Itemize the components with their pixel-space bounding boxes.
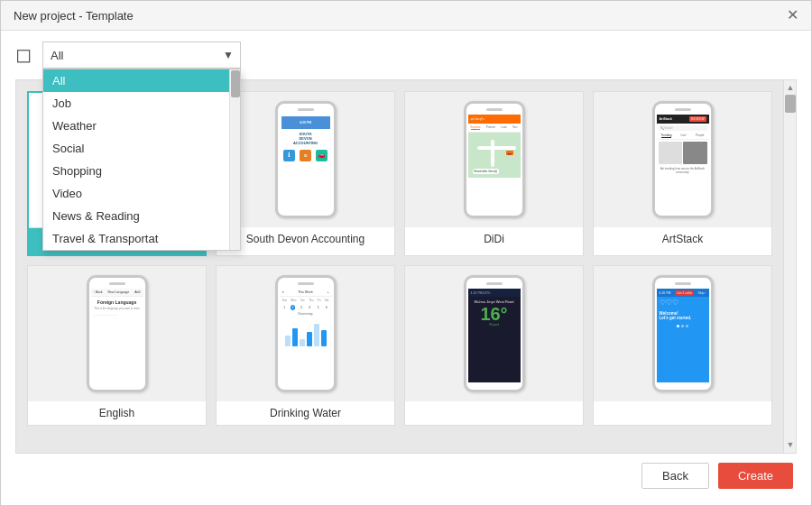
didi-mockup: 🏠ChangFu Express Premier Luxe Taxi <box>464 101 525 218</box>
template-drinking-water[interactable]: ≡This Week+ SunMonTueThuFriSat 1 2 3 4 5 <box>216 265 395 426</box>
water-chart <box>280 317 332 348</box>
artstack-img-2 <box>683 142 707 164</box>
onboard-bar: 4:20 PM Like 3 outfits Skip › <box>657 289 709 297</box>
category-select[interactable]: All Job Weather Social Shopping Video Ne… <box>42 41 241 69</box>
artstack-tab-people: People <box>696 133 704 138</box>
dot-3 <box>686 325 688 327</box>
water-day-4: 4 <box>307 305 312 310</box>
english-label: English <box>28 401 206 425</box>
artstack-tabs: Trending Live! People <box>657 133 709 140</box>
template-onboarding[interactable]: 4:20 PM Like 3 outfits Skip › ♡♡♡ Welcom… <box>593 265 772 426</box>
didi-car-icon: 🚗 <box>506 151 513 155</box>
dropdown-item-social[interactable]: Social <box>43 137 240 160</box>
dropdown-item-shopping[interactable]: Shopping <box>43 160 240 182</box>
artstack-screen: ArtStack ON SHOW 🔍 Search Trending Live!… <box>657 115 709 208</box>
template-artstack[interactable]: ArtStack ON SHOW 🔍 Search Trending Live!… <box>593 91 772 256</box>
dropdown-item-news[interactable]: News & Reading <box>43 205 240 227</box>
dropdown-scroll-thumb <box>231 70 240 97</box>
artstack-preview: ArtStack ON SHOW 🔍 Search Trending Live!… <box>594 92 771 227</box>
artstack-on-air: ON SHOW <box>689 116 706 122</box>
didi-tab-taxi: Taxi <box>512 125 517 130</box>
water-bar-5 <box>314 324 319 346</box>
phone-icon: ◻ <box>15 43 32 67</box>
didi-tab-premier: Premier <box>486 125 496 130</box>
dropdown-item-video[interactable]: Video <box>43 182 240 205</box>
water-bar-2 <box>292 328 298 346</box>
dropdown-menu[interactable]: All Job Weather Social Shopping Video Ne… <box>42 69 241 251</box>
dot-2 <box>681 325 684 327</box>
water-screen: ≡This Week+ SunMonTueThuFriSat 1 2 3 4 5 <box>280 289 332 382</box>
scroll-up-icon[interactable]: ▲ <box>785 81 796 94</box>
water-bar-4 <box>307 332 312 346</box>
south-devon-label: South Devon Accounting <box>217 227 394 251</box>
dropdown-item-all[interactable]: All <box>43 69 240 92</box>
dropdown-scrollbar <box>229 69 240 250</box>
air-quality-mockup: 4:20 PM 100% Wuhou Jinye West Road 16° 9… <box>464 275 525 392</box>
english-mockup: ‹ BackNew LanguageAdd Foreign Language T… <box>87 275 148 392</box>
artstack-search: 🔍 Search <box>659 125 707 131</box>
english-preview: ‹ BackNew LanguageAdd Foreign Language T… <box>28 266 206 401</box>
sda-screen: 4:20 PM SOUTHDEVONACCOUNTING ℹ ≡ 🚗 <box>280 115 332 208</box>
onboard-dots <box>657 323 709 327</box>
scroll-down-icon[interactable]: ▼ <box>785 438 796 451</box>
dropdown-item-job[interactable]: Job <box>43 92 240 115</box>
onboarding-label <box>594 401 771 412</box>
dot-1 <box>677 325 679 327</box>
drinking-water-mockup: ≡This Week+ SunMonTueThuFriSat 1 2 3 4 5 <box>275 275 337 392</box>
air-screen: 4:20 PM 100% Wuhou Jinye West Road 16° 9… <box>468 289 521 382</box>
didi-bar: 🏠ChangFu <box>468 115 521 124</box>
onboard-body-text: Welcome!Let's get started. <box>657 308 709 323</box>
sda-icon-3: 🚗 <box>316 150 328 161</box>
english-title: Foreign Language <box>91 297 143 306</box>
sda-header: 4:20 PM <box>281 116 330 129</box>
water-bar: ≡This Week+ <box>280 289 332 297</box>
water-day-5: 5 <box>316 305 321 310</box>
template-south-devon[interactable]: 4:20 PM SOUTHDEVONACCOUNTING ℹ ≡ 🚗 South… <box>216 91 395 256</box>
footer: Back Create <box>15 454 797 492</box>
air-bar: 4:20 PM 100% <box>468 289 521 297</box>
close-button[interactable]: ✕ <box>787 8 798 23</box>
onboard-hearts-row: ♡♡♡ <box>657 297 709 308</box>
water-day-6: 6 <box>324 305 329 310</box>
artstack-img-1 <box>659 142 683 164</box>
onboard-hearts-icon: ♡♡♡ <box>660 299 678 307</box>
grid-scrollbar[interactable]: ▲ ▼ <box>783 80 796 453</box>
didi-road-h <box>477 146 516 150</box>
didi-screen: 🏠ChangFu Express Premier Luxe Taxi <box>468 115 521 208</box>
toolbar: ◻ All Job Weather Social Shopping Video … <box>15 41 797 69</box>
artstack-images <box>659 142 707 164</box>
drinking-water-label: Drinking Water <box>217 401 394 425</box>
sda-icon-2: ≡ <box>300 150 311 161</box>
artstack-label: ArtStack <box>594 227 771 251</box>
water-calendar-row: 1 2 3 4 5 6 <box>280 304 332 311</box>
artstack-text: Art trending from across the ArtStack co… <box>657 166 709 175</box>
water-week-header: SunMonTueThuFriSat <box>280 297 332 304</box>
onboard-screen: 4:20 PM Like 3 outfits Skip › ♡♡♡ Welcom… <box>657 289 709 382</box>
dropdown-item-weather[interactable]: Weather <box>43 115 240 137</box>
sda-logo: SOUTHDEVONACCOUNTING <box>281 132 330 146</box>
dropdown-item-travel[interactable]: Travel & Transportat <box>43 227 240 250</box>
water-day-2: 2 <box>291 305 296 310</box>
water-day-3: 3 <box>299 305 304 310</box>
water-bar-3 <box>300 339 305 346</box>
template-air-quality[interactable]: 4:20 PM 100% Wuhou Jinye West Road 16° 9… <box>404 265 584 426</box>
artstack-tab-live: Live! <box>681 133 687 138</box>
air-quality-preview: 4:20 PM 100% Wuhou Jinye West Road 16° 9… <box>405 266 583 401</box>
onboarding-preview: 4:20 PM Like 3 outfits Skip › ♡♡♡ Welcom… <box>594 266 771 401</box>
template-didi[interactable]: 🏠ChangFu Express Premier Luxe Taxi <box>404 91 584 256</box>
south-devon-mockup: 4:20 PM SOUTHDEVONACCOUNTING ℹ ≡ 🚗 <box>275 101 337 218</box>
didi-label: DiDi <box>405 227 583 251</box>
didi-tabs: Express Premier Luxe Taxi <box>468 124 521 133</box>
scroll-thumb[interactable] <box>785 95 796 113</box>
english-body: ................................ <box>91 311 143 318</box>
template-english[interactable]: ‹ BackNew LanguageAdd Foreign Language T… <box>27 265 207 426</box>
create-button[interactable]: Create <box>718 463 793 489</box>
back-button[interactable]: Back <box>641 463 709 489</box>
sda-icons: ℹ ≡ 🚗 <box>281 150 330 161</box>
air-label: 99 good <box>468 323 521 327</box>
window-title: New project - Template <box>14 9 134 23</box>
water-day-1: 1 <box>281 305 287 310</box>
didi-preview: 🏠ChangFu Express Premier Luxe Taxi <box>405 92 583 227</box>
dropdown-container[interactable]: All Job Weather Social Shopping Video Ne… <box>42 41 241 69</box>
water-bar-6 <box>321 330 327 346</box>
